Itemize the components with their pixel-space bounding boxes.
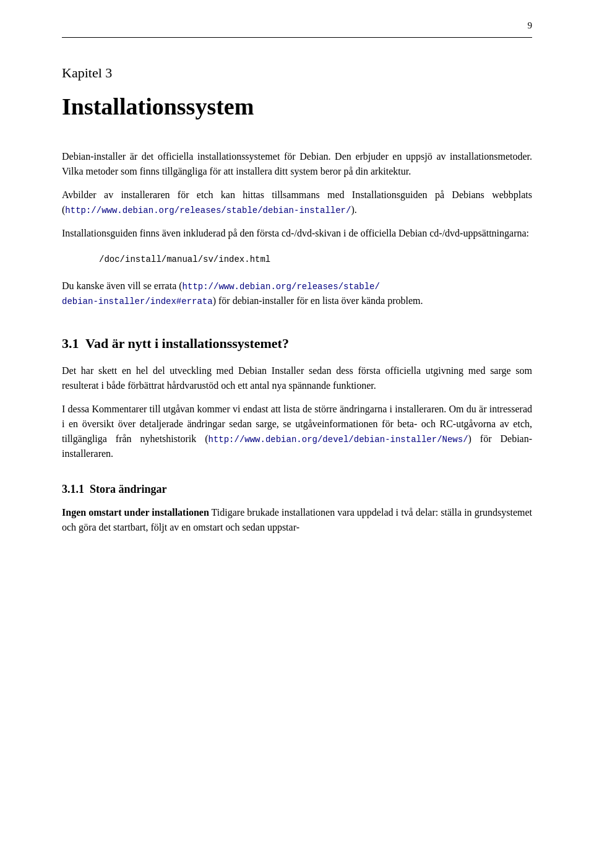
errata-link-line2[interactable]: debian-installer/index#errata: [62, 297, 213, 306]
errata-after-text: ) för debian-installer för en lista över…: [213, 295, 423, 306]
errata-before-text: Du kanske även vill se errata (: [62, 280, 183, 291]
last-paragraph: Ingen omstart under installationen Tidig…: [62, 505, 532, 535]
intro-paragraph-2: Avbilder av installeraren för etch kan h…: [62, 188, 532, 217]
news-link-2[interactable]: www.debian.org/devel/debian-installer/Ne…: [244, 435, 468, 445]
section-1-1-1-title: Stora ändringar: [90, 483, 167, 495]
section-1-1-p2: I dessa Kommentarer till utgåvan kommer …: [62, 402, 532, 461]
page: 9 Kapitel 3 Installationssystem Debian-i…: [0, 0, 594, 868]
errata-paragraph: Du kanske även vill se errata (http://ww…: [62, 279, 532, 308]
top-rule: [62, 37, 532, 38]
debian-installer-link[interactable]: http://www.debian.org/releases/stable/de…: [65, 206, 351, 215]
section-1-1-heading: 3.1 Vad är nytt i installationssystemet?: [62, 333, 532, 354]
section-1-1-title: Vad är nytt i installationssystemet?: [85, 336, 289, 351]
bold-term: Ingen omstart under installationen: [62, 507, 209, 518]
intro-paragraph-3: Installationsguiden finns även inkludera…: [62, 226, 532, 241]
chapter-label: Kapitel 3: [62, 63, 532, 83]
code-block: /doc/install/manual/sv/index.html: [99, 253, 532, 266]
chapter-title: Installationssystem: [62, 89, 532, 124]
section-1-1-label: 3.1: [62, 336, 79, 351]
news-link-1[interactable]: http://: [209, 435, 245, 445]
section-1-1-1-label: 3.1.1: [62, 483, 84, 495]
intro-2-after-text: ).: [351, 204, 356, 215]
section-1-1-1-heading: 3.1.1 Stora ändringar: [62, 481, 532, 498]
errata-link-line1[interactable]: http://www.debian.org/releases/stable/: [183, 282, 380, 292]
intro-paragraph-1: Debian-installer är det officiella insta…: [62, 149, 532, 179]
page-number: 9: [528, 19, 533, 33]
section-1-1-p1: Det har skett en hel del utveckling med …: [62, 363, 532, 393]
